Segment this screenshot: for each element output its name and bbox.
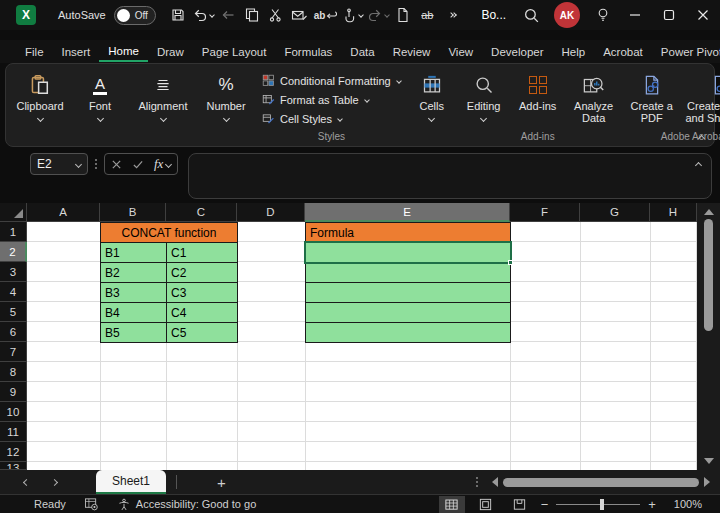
column-header-h[interactable]: H <box>650 203 697 222</box>
next-sheet-icon[interactable] <box>40 480 68 485</box>
row-header-1[interactable]: 1 <box>0 222 27 242</box>
cell-e4[interactable] <box>305 282 511 303</box>
accessibility-status[interactable]: Accessibility: Good to go <box>117 497 256 512</box>
cell-b3[interactable]: B2 <box>100 262 167 283</box>
column-header-f[interactable]: F <box>510 203 580 222</box>
cell-e3[interactable] <box>305 262 511 283</box>
page-layout-view-button[interactable] <box>473 496 499 513</box>
scroll-left-icon[interactable] <box>492 477 498 487</box>
row-header-10[interactable]: 10 <box>0 402 27 422</box>
fill-handle[interactable] <box>508 260 513 265</box>
cell-b2[interactable]: B1 <box>100 242 167 263</box>
back-icon[interactable] <box>216 2 240 28</box>
cell-c4[interactable]: C3 <box>166 282 238 303</box>
more-commands-icon[interactable] <box>439 2 463 28</box>
tab-review[interactable]: Review <box>384 43 440 61</box>
row-header-13[interactable]: 13 <box>0 462 27 470</box>
normal-view-button[interactable] <box>439 496 465 513</box>
cell-area[interactable]: CONCAT function Formula B1 B2 B3 B4 B5 C… <box>27 222 697 470</box>
tab-view[interactable]: View <box>439 43 482 61</box>
tab-help[interactable]: Help <box>553 43 595 61</box>
column-header-a[interactable]: A <box>27 203 100 222</box>
undo-icon[interactable] <box>190 2 216 28</box>
tab-file[interactable]: File <box>16 43 53 61</box>
tab-developer[interactable]: Developer <box>482 43 552 61</box>
row-header-3[interactable]: 3 <box>0 262 27 282</box>
redo-icon[interactable] <box>365 2 391 28</box>
cell-c2[interactable]: C1 <box>166 242 238 263</box>
column-header-b[interactable]: B <box>100 203 166 222</box>
touch-mode-icon[interactable] <box>339 2 365 28</box>
user-avatar[interactable]: AK <box>554 2 580 28</box>
active-cell-selection[interactable] <box>304 241 512 264</box>
cell-c5[interactable]: C4 <box>166 302 238 323</box>
close-button[interactable] <box>686 0 720 30</box>
zoom-level[interactable]: 100% <box>674 498 702 510</box>
create-pdf-share-button[interactable]: Create a PDF and Share link <box>679 68 720 124</box>
cell-c3[interactable]: C2 <box>166 262 238 283</box>
tab-acrobat[interactable]: Acrobat <box>594 43 652 61</box>
touch-mode-dropdown-icon[interactable] <box>359 12 365 18</box>
lightbulb-icon[interactable] <box>588 0 618 30</box>
clipboard-group-button[interactable]: Clipboard <box>12 68 68 121</box>
format-as-table-button[interactable]: Format as Table <box>262 93 401 106</box>
replace-icon[interactable]: ab <box>312 2 340 28</box>
cell-e5[interactable] <box>305 302 511 323</box>
tab-power-pivot[interactable]: Power Pivot <box>652 43 720 61</box>
cells-group-button[interactable]: Cells <box>409 68 455 121</box>
autosave-toggle[interactable]: Off <box>114 6 156 25</box>
minimize-button[interactable] <box>618 0 652 30</box>
cancel-icon[interactable] <box>111 159 122 170</box>
macro-record-icon[interactable] <box>84 497 99 511</box>
tab-formulas[interactable]: Formulas <box>275 43 341 61</box>
tab-draw[interactable]: Draw <box>148 43 193 61</box>
scroll-right-icon[interactable] <box>704 477 710 487</box>
column-header-d[interactable]: D <box>237 203 305 222</box>
cell-b1-merged-title[interactable]: CONCAT function <box>100 222 238 243</box>
tab-insert[interactable]: Insert <box>53 43 100 61</box>
insert-function-button[interactable]: fx <box>154 156 171 172</box>
zoom-slider-thumb[interactable] <box>600 499 604 510</box>
vertical-scrollbar[interactable] <box>697 203 720 470</box>
name-box[interactable]: E2 <box>30 153 88 175</box>
row-header-2[interactable]: 2 <box>0 242 27 262</box>
page-break-preview-button[interactable] <box>507 496 533 513</box>
create-pdf-button[interactable]: Create a PDF <box>625 68 679 124</box>
copy-icon[interactable] <box>240 2 264 28</box>
vertical-scroll-thumb[interactable] <box>704 219 713 331</box>
font-group-button[interactable]: A Font <box>72 68 128 121</box>
column-header-e[interactable]: E <box>305 203 510 222</box>
row-header-11[interactable]: 11 <box>0 422 27 442</box>
row-header-9[interactable]: 9 <box>0 382 27 402</box>
undo-dropdown-icon[interactable] <box>209 12 215 18</box>
name-box-dropdown-icon[interactable] <box>75 160 82 167</box>
cell-b4[interactable]: B3 <box>100 282 167 303</box>
collapse-formula-bar-icon[interactable] <box>695 162 702 169</box>
alignment-group-button[interactable]: Alignment <box>132 68 194 121</box>
cell-e1-formula-title[interactable]: Formula <box>305 222 511 243</box>
tab-home[interactable]: Home <box>99 42 148 62</box>
add-ins-button[interactable]: Add-ins <box>513 68 563 112</box>
save-icon[interactable] <box>166 2 190 28</box>
cell-e6[interactable] <box>305 322 511 343</box>
analyze-data-button[interactable]: Analyze Data <box>567 68 621 124</box>
new-document-icon[interactable] <box>391 2 415 28</box>
row-header-8[interactable]: 8 <box>0 362 27 382</box>
redo-dropdown-icon[interactable] <box>385 12 391 18</box>
row-header-6[interactable]: 6 <box>0 322 27 342</box>
scroll-up-icon[interactable] <box>704 209 714 215</box>
column-header-c[interactable]: C <box>166 203 237 222</box>
sheet-tab-sheet1[interactable]: Sheet1 <box>96 470 166 494</box>
scrollbar-resize-grip[interactable] <box>476 477 478 487</box>
row-header-7[interactable]: 7 <box>0 342 27 362</box>
add-sheet-button[interactable]: + <box>211 474 232 491</box>
row-header-4[interactable]: 4 <box>0 282 27 302</box>
maximize-button[interactable] <box>652 0 686 30</box>
column-header-g[interactable]: G <box>580 203 650 222</box>
cell-c6[interactable]: C5 <box>166 322 238 343</box>
conditional-formatting-button[interactable]: Conditional Formatting <box>262 74 401 87</box>
cell-b5[interactable]: B4 <box>100 302 167 323</box>
strikethrough-icon[interactable]: ab <box>415 2 439 28</box>
scroll-down-icon[interactable] <box>704 458 714 464</box>
number-group-button[interactable]: % Number <box>198 68 254 121</box>
